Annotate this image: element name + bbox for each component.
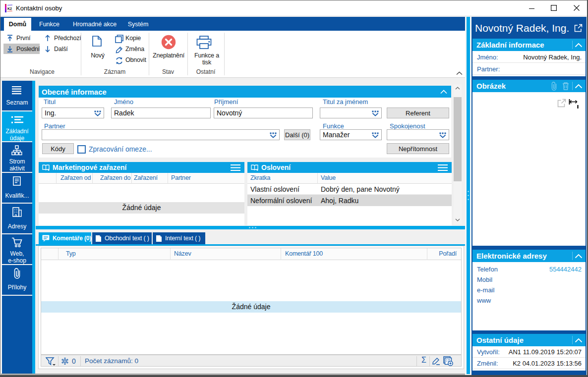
svg-text:K2: K2 — [7, 7, 12, 10]
